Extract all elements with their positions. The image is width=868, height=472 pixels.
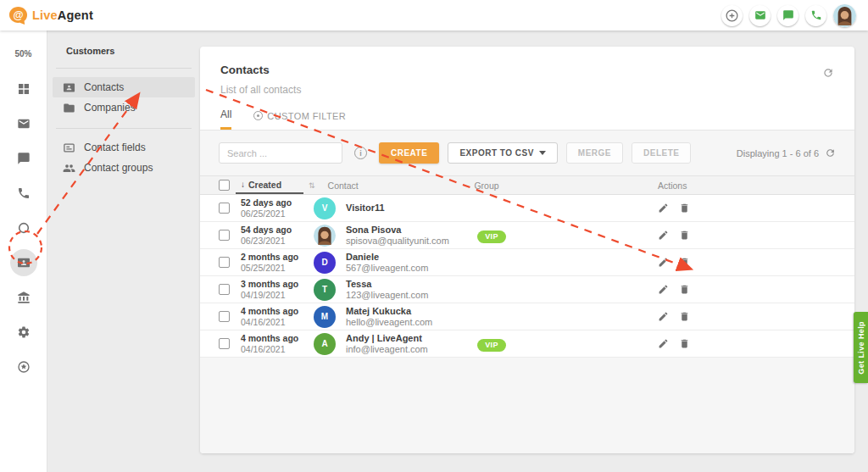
sort-desc-icon: ↓ — [241, 180, 245, 189]
settings-gear-icon[interactable] — [10, 319, 37, 346]
contact-cell: D Daniele 567@liveagent.com — [314, 252, 432, 274]
export-to-csv-button[interactable]: EXPORT TO CSV — [448, 142, 557, 164]
contact-avatar: D — [314, 252, 336, 274]
get-live-help-button[interactable]: Get Live Help — [854, 312, 868, 383]
email-icon[interactable] — [749, 5, 771, 26]
sidebar-item-label: Contact groups — [84, 162, 153, 174]
brand-text: LiveAgent — [32, 8, 93, 22]
column-header-contact[interactable]: ⇅ Contact — [309, 180, 427, 191]
table-row[interactable]: 52 days ago 06/25/2021 V Visitor11 — [200, 195, 854, 222]
actions-cell — [658, 338, 717, 349]
contact-avatar: M — [314, 306, 336, 328]
merge-button[interactable]: MERGE — [566, 142, 623, 164]
panel-empty-area — [200, 358, 854, 453]
contact-avatar: T — [314, 279, 336, 301]
page-title: Contacts — [220, 64, 834, 76]
dashboard-grid-icon[interactable] — [10, 75, 37, 103]
create-button[interactable]: CREATE — [379, 142, 439, 164]
filter-dot-icon — [253, 111, 263, 120]
row-checkbox[interactable] — [219, 257, 230, 268]
group-badge: VIP — [477, 230, 505, 243]
delete-trash-icon[interactable] — [679, 257, 690, 268]
toolbar: i CREATE EXPORT TO CSV MERGE DELETE Disp… — [200, 130, 854, 175]
liveagent-logo[interactable]: @ LiveAgent — [8, 6, 93, 25]
usage-label: 50% — [14, 49, 31, 58]
edit-pencil-icon[interactable] — [658, 203, 669, 214]
add-circle-icon[interactable] — [721, 5, 743, 26]
actions-cell — [658, 257, 717, 268]
column-header-group[interactable]: Group — [427, 180, 546, 191]
table-row[interactable]: 2 months ago 05/25/2021 D Daniele 567@li… — [200, 249, 854, 276]
sidebar-item-contact-groups[interactable]: Contact groups — [53, 158, 195, 178]
contact-avatar: V — [314, 197, 336, 219]
created-cell: 3 months ago 04/19/2021 — [241, 279, 314, 301]
created-cell: 4 months ago 04/16/2021 — [241, 333, 314, 355]
group-cell: VIP — [432, 227, 551, 243]
tab-all[interactable]: All — [220, 108, 231, 130]
delete-trash-icon[interactable] — [679, 203, 690, 214]
email-icon[interactable] — [10, 110, 37, 137]
form-field-icon — [63, 142, 75, 154]
delete-trash-icon[interactable] — [679, 338, 690, 349]
actions-cell — [658, 203, 717, 214]
phone-icon[interactable] — [10, 180, 37, 207]
delete-button[interactable]: DELETE — [632, 142, 691, 164]
tab-custom-filter[interactable]: CUSTOM FILTER — [253, 108, 346, 130]
topbar-actions — [721, 4, 856, 27]
contact-cell: V Visitor11 — [314, 197, 432, 219]
sidebar-item-contact-fields[interactable]: Contact fields — [53, 137, 195, 158]
divider — [56, 128, 192, 129]
table-row[interactable]: 54 days ago 06/23/2021 Sona Pisova spiso… — [200, 222, 854, 249]
edit-pencil-icon[interactable] — [658, 230, 669, 241]
sidebar-item-companies[interactable]: Companies — [53, 97, 195, 118]
created-cell: 54 days ago 06/23/2021 — [241, 225, 314, 247]
refresh-icon[interactable] — [825, 147, 836, 158]
search-input[interactable] — [219, 142, 342, 164]
contact-avatar: A — [314, 333, 336, 355]
delete-trash-icon[interactable] — [679, 311, 690, 322]
chat-icon[interactable] — [10, 145, 37, 172]
delete-trash-icon[interactable] — [679, 284, 690, 295]
row-checkbox[interactable] — [219, 338, 230, 349]
contact-cell: M Matej Kukucka hello@liveagent.com — [314, 306, 432, 328]
row-checkbox[interactable] — [219, 230, 230, 241]
created-cell: 52 days ago 06/25/2021 — [241, 197, 314, 219]
table-header: ↓ Created ⇅ Contact Group Actions — [200, 175, 854, 195]
column-header-created[interactable]: ↓ Created — [236, 176, 303, 194]
row-checkbox[interactable] — [219, 203, 230, 214]
edit-pencil-icon[interactable] — [658, 257, 669, 268]
created-cell: 4 months ago 04/16/2021 — [241, 306, 314, 328]
user-avatar[interactable] — [833, 4, 856, 27]
topbar: @ LiveAgent — [0, 0, 868, 31]
panel-refresh-icon[interactable] — [822, 67, 834, 82]
table-row[interactable]: 3 months ago 04/19/2021 T Tessa 123@live… — [200, 276, 854, 303]
folder-icon — [63, 102, 75, 114]
contact-card-icon — [63, 81, 75, 94]
row-checkbox[interactable] — [219, 284, 230, 295]
tab-bar: All CUSTOM FILTER — [200, 108, 854, 130]
edit-pencil-icon[interactable] — [658, 311, 669, 322]
contact-cell: A Andy | LiveAgent info@liveagent.com — [314, 333, 432, 355]
info-icon[interactable]: i — [354, 147, 367, 159]
sidebar-item-label: Contact fields — [84, 142, 146, 153]
time-ring-icon[interactable] — [10, 214, 37, 242]
chevron-down-icon — [539, 151, 546, 155]
delete-trash-icon[interactable] — [679, 230, 690, 241]
addons-star-icon[interactable] — [10, 353, 37, 380]
select-all-checkbox[interactable] — [219, 180, 230, 191]
sidebar-item-contacts[interactable]: Contacts — [53, 77, 195, 97]
phone-icon[interactable] — [805, 5, 826, 26]
chat-icon[interactable] — [777, 5, 798, 26]
contact-avatar — [314, 225, 336, 247]
main-sidebar: 50% — [0, 31, 47, 472]
table-body: 52 days ago 06/25/2021 V Visitor11 54 da… — [200, 195, 854, 358]
billing-bank-icon[interactable] — [10, 284, 37, 311]
table-row[interactable]: 4 months ago 04/16/2021 A Andy | LiveAge… — [200, 330, 854, 358]
edit-pencil-icon[interactable] — [658, 338, 669, 349]
row-checkbox[interactable] — [219, 311, 230, 322]
table-row[interactable]: 4 months ago 04/16/2021 M Matej Kukucka … — [200, 303, 854, 330]
edit-pencil-icon[interactable] — [658, 284, 669, 295]
sidebar-item-label: Companies — [84, 102, 136, 114]
contact-cell: T Tessa 123@liveagent.com — [314, 279, 432, 301]
contacts-icon[interactable] — [10, 249, 37, 276]
